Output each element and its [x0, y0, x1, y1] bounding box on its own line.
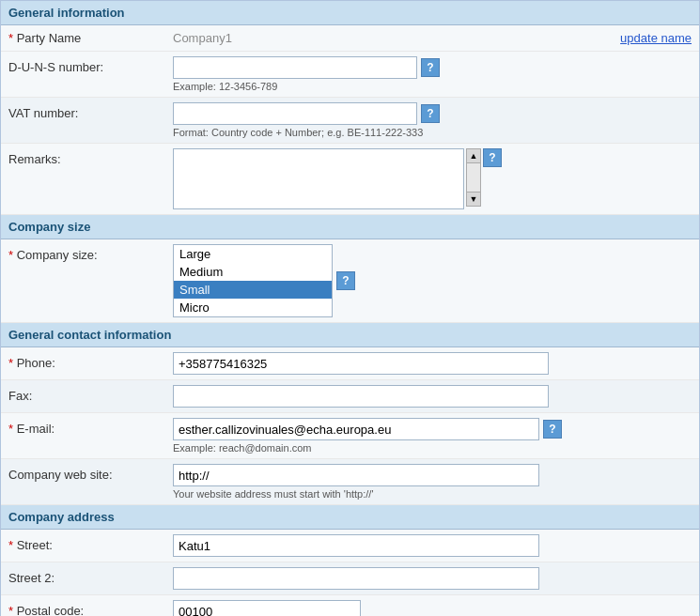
vat-field: ? Format: Country code + Number; e.g. BE… [173, 102, 692, 138]
company-address-header: Company address [1, 505, 699, 530]
scroll-down-button[interactable]: ▼ [466, 192, 481, 207]
vat-label: VAT number: [8, 102, 173, 120]
street2-row: Street 2: [1, 562, 699, 595]
website-input[interactable] [173, 464, 539, 486]
postal-row: * Postal code: [1, 595, 699, 616]
party-name-label: * Party Name [8, 31, 173, 45]
street-required-star: * [8, 538, 13, 552]
duns-hint: Example: 12-3456-789 [173, 81, 692, 92]
remarks-field: ▲ ▼ ? [173, 148, 692, 209]
remarks-textarea[interactable] [173, 148, 464, 209]
vat-input[interactable] [173, 102, 417, 125]
party-name-required: * [8, 31, 13, 45]
street2-field [173, 567, 692, 590]
option-large[interactable]: Large [174, 245, 332, 263]
phone-field [173, 352, 692, 375]
duns-field: ? Example: 12-3456-789 [173, 56, 692, 92]
fax-label: Fax: [8, 385, 173, 403]
website-row: Company web site: Your website address m… [1, 459, 699, 505]
remarks-label: Remarks: [8, 148, 173, 166]
remarks-help-button[interactable]: ? [483, 148, 502, 167]
email-field: ? Example: reach@domain.com [173, 418, 692, 454]
email-required-star: * [8, 422, 13, 436]
street-label: * Street: [8, 534, 173, 552]
email-hint: Example: reach@domain.com [173, 442, 692, 454]
general-info-header: General information [1, 1, 699, 25]
company-size-required: * [8, 248, 13, 262]
fax-field [173, 385, 692, 408]
postal-required-star: * [8, 604, 13, 616]
duns-row: D-U-N-S number: ? Example: 12-3456-789 [1, 52, 699, 98]
street-row: * Street: [1, 530, 699, 562]
email-input[interactable] [173, 418, 539, 440]
postal-input[interactable] [173, 600, 361, 616]
party-name-row: * Party Name Company1 update name [1, 25, 699, 52]
company-size-help-button[interactable]: ? [336, 271, 355, 290]
phone-label: * Phone: [8, 352, 173, 370]
email-help-button[interactable]: ? [543, 420, 562, 439]
postal-field [173, 600, 692, 616]
option-medium[interactable]: Medium [174, 263, 332, 281]
fax-row: Fax: [1, 380, 699, 413]
phone-row: * Phone: [1, 347, 699, 380]
vat-help-button[interactable]: ? [421, 104, 440, 123]
contact-info-header: General contact information [1, 323, 699, 347]
email-label: * E-mail: [8, 418, 173, 436]
duns-input[interactable] [173, 56, 417, 79]
street2-input[interactable] [173, 567, 539, 590]
vat-row: VAT number: ? Format: Country code + Num… [1, 98, 699, 144]
vat-hint: Format: Country code + Number; e.g. BE-1… [173, 127, 692, 138]
duns-help-button[interactable]: ? [421, 58, 440, 77]
party-name-value: Company1 [173, 31, 620, 45]
website-hint: Your website address must start with 'ht… [173, 488, 692, 500]
option-small[interactable]: Small [174, 281, 332, 299]
street-input[interactable] [173, 534, 539, 557]
update-name-link[interactable]: update name [620, 31, 692, 45]
option-micro[interactable]: Micro [174, 299, 332, 316]
scroll-controls: ▲ ▼ [466, 148, 481, 207]
website-field: Your website address must start with 'ht… [173, 464, 692, 500]
company-size-header: Company size [1, 215, 699, 239]
duns-label: D-U-N-S number: [8, 56, 173, 74]
website-label: Company web site: [8, 464, 173, 482]
postal-label: * Postal code: [8, 600, 173, 616]
company-size-field: Large Medium Small Micro ? [173, 244, 692, 317]
phone-input[interactable] [173, 352, 549, 375]
company-size-label: * Company size: [8, 244, 173, 262]
scroll-up-button[interactable]: ▲ [466, 148, 481, 163]
scrollbar-track [466, 163, 481, 192]
phone-required-star: * [8, 356, 13, 370]
email-row: * E-mail: ? Example: reach@domain.com [1, 413, 699, 459]
remarks-row: Remarks: ▲ ▼ ? [1, 144, 699, 215]
company-size-select[interactable]: Large Medium Small Micro [173, 244, 333, 317]
street2-label: Street 2: [8, 567, 173, 585]
company-size-row: * Company size: Large Medium Small Micro… [1, 239, 699, 323]
fax-input[interactable] [173, 385, 549, 408]
street-field [173, 534, 692, 557]
form-container: General information * Party Name Company… [0, 0, 700, 616]
